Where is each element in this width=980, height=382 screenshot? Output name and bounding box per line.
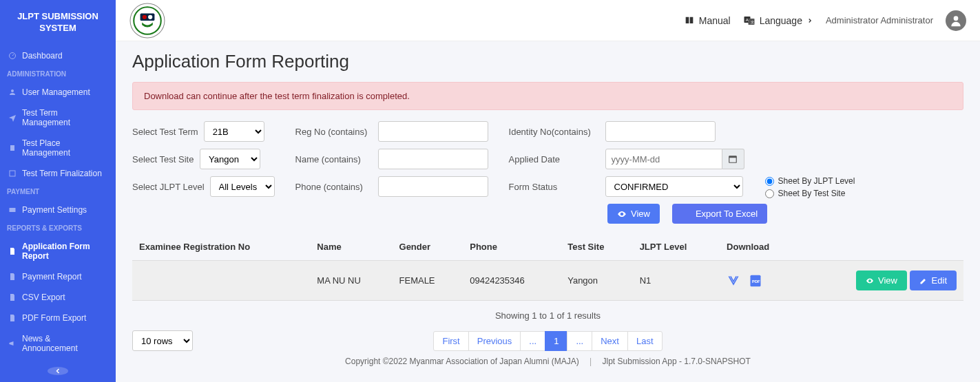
eye-icon bbox=[617, 209, 627, 219]
view-button[interactable]: View bbox=[607, 204, 660, 224]
sidebar-item-payment-report[interactable]: Payment Report bbox=[0, 266, 116, 287]
sidebar: JLPT SUBMISSION SYSTEM Dashboard ADMINIS… bbox=[0, 0, 116, 382]
calendar-button[interactable] bbox=[722, 149, 744, 169]
col-name: Name bbox=[310, 233, 392, 261]
page-current[interactable]: 1 bbox=[545, 331, 567, 351]
file-icon bbox=[8, 293, 17, 301]
check-icon bbox=[8, 169, 17, 178]
card-icon bbox=[8, 206, 17, 214]
svg-point-8 bbox=[143, 14, 147, 19]
export-excel-button[interactable]: Export To Excel bbox=[672, 204, 767, 224]
sidebar-item-user-mgmt[interactable]: User Management bbox=[0, 82, 116, 103]
language-dropdown[interactable]: A文 Language bbox=[743, 14, 813, 27]
reg-no-label: Reg No (contains) bbox=[295, 127, 373, 137]
manual-link[interactable]: Manual bbox=[684, 15, 731, 26]
svg-point-9 bbox=[148, 14, 152, 19]
jlpt-level-label: Select JLPT Level bbox=[132, 182, 205, 192]
col-level: JLPT Level bbox=[633, 233, 720, 261]
svg-rect-2 bbox=[10, 145, 14, 151]
sidebar-item-label: Payment Report bbox=[22, 272, 82, 282]
alert-banner: Download can continue after the test ter… bbox=[132, 82, 963, 110]
svg-rect-3 bbox=[10, 171, 15, 176]
jlpt-level-select[interactable]: All Levels bbox=[210, 176, 275, 197]
test-site-label: Select Test Site bbox=[132, 154, 194, 165]
phone-label: Phone (contains) bbox=[295, 182, 373, 192]
user-icon bbox=[8, 88, 17, 96]
sidebar-item-dashboard[interactable]: Dashboard bbox=[0, 45, 116, 66]
cell-reg bbox=[132, 261, 310, 301]
sidebar-section-payment: PAYMENT bbox=[0, 184, 116, 200]
eye-icon bbox=[866, 277, 874, 285]
sidebar-item-label: Dashboard bbox=[22, 51, 63, 61]
row-view-button[interactable]: View bbox=[856, 270, 907, 290]
sheet-level-radio[interactable]: Sheet By JLPT Level bbox=[765, 176, 855, 186]
sidebar-item-label: Application Form Report bbox=[22, 242, 107, 261]
rows-per-page-select[interactable]: 10 rows bbox=[132, 330, 193, 351]
sidebar-item-label: News & Announcement bbox=[22, 334, 107, 353]
row-edit-button[interactable]: Edit bbox=[910, 270, 957, 290]
sidebar-item-test-place-mgmt[interactable]: Test Place Management bbox=[0, 133, 116, 163]
sidebar-item-label: Test Term Management bbox=[22, 108, 107, 127]
plane-icon bbox=[8, 114, 17, 122]
applied-date-input[interactable] bbox=[605, 149, 722, 169]
file-icon bbox=[8, 314, 17, 322]
page-prev[interactable]: Previous bbox=[468, 331, 521, 351]
sidebar-item-label: Payment Settings bbox=[22, 205, 87, 215]
gauge-icon bbox=[8, 52, 17, 60]
page-dots-left[interactable]: ... bbox=[520, 331, 545, 351]
test-term-select[interactable]: 21B bbox=[204, 121, 264, 142]
phone-input[interactable] bbox=[378, 176, 488, 197]
sidebar-item-test-term-final[interactable]: Test Term Finalization bbox=[0, 163, 116, 184]
cell-gender: FEMALE bbox=[393, 261, 463, 301]
name-input[interactable] bbox=[378, 149, 488, 169]
svg-point-1 bbox=[11, 89, 14, 92]
sidebar-item-test-term-mgmt[interactable]: Test Term Management bbox=[0, 103, 116, 133]
book-icon bbox=[684, 15, 695, 26]
reg-no-input[interactable] bbox=[378, 121, 488, 142]
pdf-icon[interactable]: PDF bbox=[749, 274, 762, 288]
sidebar-item-label: CSV Export bbox=[22, 293, 65, 302]
identity-label: Identity No(contains) bbox=[509, 127, 600, 137]
sheet-site-radio[interactable]: Sheet By Test Site bbox=[765, 189, 855, 198]
user-avatar[interactable] bbox=[946, 10, 966, 31]
results-summary: Showing 1 to 1 of 1 results bbox=[132, 310, 963, 321]
col-reg: Examinee Registration No bbox=[132, 233, 310, 261]
app-logo bbox=[129, 3, 165, 39]
page-first[interactable]: First bbox=[433, 331, 468, 351]
sidebar-item-csv-export[interactable]: CSV Export bbox=[0, 287, 116, 308]
file-icon bbox=[8, 247, 17, 255]
sidebar-item-pdf-export[interactable]: PDF Form Export bbox=[0, 308, 116, 328]
col-gender: Gender bbox=[393, 233, 463, 261]
sidebar-item-news[interactable]: News & Announcement bbox=[0, 328, 116, 359]
sidebar-section-admin: ADMINISTRATION bbox=[0, 66, 116, 82]
form-status-label: Form Status bbox=[509, 182, 600, 192]
user-name: Administrator Administrator bbox=[826, 15, 933, 25]
test-site-select[interactable]: Yangon bbox=[200, 149, 260, 169]
test-term-label: Select Test Term bbox=[132, 127, 198, 137]
applied-date-label: Applied Date bbox=[509, 154, 600, 165]
page-title: Application Form Reporting bbox=[132, 51, 963, 72]
chevron-right-icon bbox=[806, 17, 813, 24]
svg-text:A: A bbox=[745, 17, 748, 21]
filter-panel: Select Test Term 21B Select Test Site Ya… bbox=[132, 121, 963, 198]
identity-input[interactable] bbox=[605, 121, 716, 142]
topbar: Manual A文 Language Administrator Adminis… bbox=[116, 0, 980, 41]
pencil-icon bbox=[919, 277, 928, 285]
pagination: First Previous ... 1 ... Next Last bbox=[433, 331, 662, 351]
cell-level: N1 bbox=[633, 261, 720, 301]
table-row: MA NU NU FEMALE 09424235346 Yangon N1 PD… bbox=[132, 261, 963, 301]
sidebar-section-reports: REPORTS & EXPORTS bbox=[0, 220, 116, 236]
sidebar-item-label: Test Term Finalization bbox=[22, 169, 102, 178]
form-status-select[interactable]: CONFIRMED bbox=[605, 176, 743, 197]
download-v-icon[interactable] bbox=[727, 274, 740, 288]
page-next[interactable]: Next bbox=[592, 331, 628, 351]
file-icon bbox=[8, 273, 17, 281]
sidebar-item-payment-settings[interactable]: Payment Settings bbox=[0, 200, 116, 220]
page-dots-right[interactable]: ... bbox=[567, 331, 592, 351]
sidebar-item-app-form-report[interactable]: Application Form Report bbox=[0, 236, 116, 266]
language-label: Language bbox=[760, 15, 802, 26]
person-icon bbox=[949, 14, 963, 28]
page-last[interactable]: Last bbox=[627, 331, 663, 351]
megaphone-icon bbox=[8, 339, 17, 348]
sidebar-collapse-button[interactable] bbox=[48, 367, 68, 375]
